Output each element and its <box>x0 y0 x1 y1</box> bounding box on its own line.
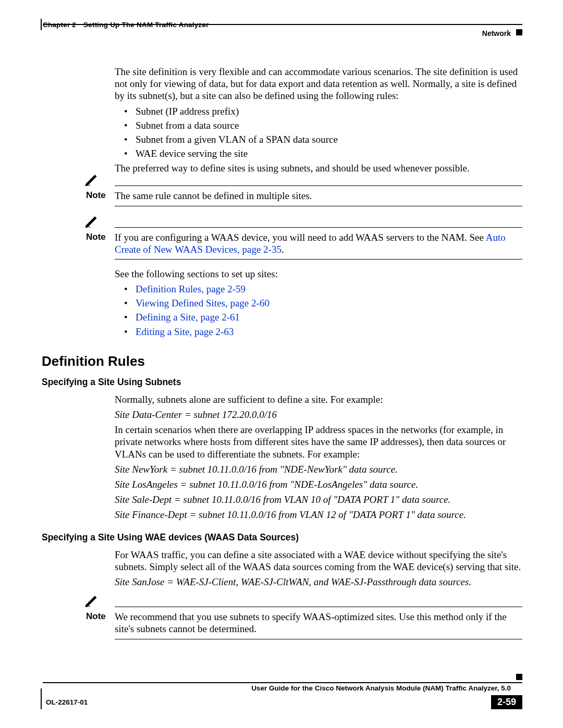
list-item: Subnet from a data source <box>124 119 522 131</box>
note-pen-icon <box>84 172 99 189</box>
list-item: WAE device serving the site <box>124 147 522 159</box>
viewing-defined-sites-link[interactable]: Viewing Defined Sites, page 2-60 <box>136 298 270 309</box>
note-pen-icon <box>84 214 99 231</box>
subnets-example: Site Sale-Dept = subnet 10.11.0.0/16 fro… <box>115 493 522 505</box>
note-body: We recommend that you use subnets to spe… <box>115 611 522 635</box>
subnets-example: Site Finance-Dept = subnet 10.11.0.0/16 … <box>115 509 522 521</box>
footer-doc-id: OL-22617-01 <box>43 698 88 706</box>
wae-intro: For WAAS traffic, you can define a site … <box>115 549 522 573</box>
list-item: Defining a Site, page 2-61 <box>124 311 522 323</box>
intro-followup: The preferred way to define sites is usi… <box>115 162 522 174</box>
note-bottom-rule <box>115 206 522 206</box>
note-text-post: . <box>282 244 284 255</box>
note-block: Note We recommend that you use subnets t… <box>86 607 522 639</box>
see-sections-intro: See the following sections to set up sit… <box>115 268 522 280</box>
footer-square-icon <box>516 674 522 680</box>
list-item: Subnet from a given VLAN of a SPAN data … <box>124 133 522 145</box>
list-item: Definition Rules, page 2-59 <box>124 283 522 295</box>
footer-corner-rule <box>41 688 42 709</box>
list-item: Subnet (IP address prefix) <box>124 105 522 117</box>
subnets-example: Site LosAngeles = subnet 10.11.0.0/16 fr… <box>115 478 522 490</box>
note-pen-icon <box>84 593 99 610</box>
subnets-example: Site NewYork = subnet 10.11.0.0/16 from … <box>115 463 522 475</box>
definition-rules-link[interactable]: Definition Rules, page 2-59 <box>136 283 246 294</box>
editing-a-site-link[interactable]: Editing a Site, page 2-63 <box>136 326 234 337</box>
subnets-overlap-text: In certain scenarios when there are over… <box>115 424 522 460</box>
note-top-rule <box>115 607 522 607</box>
header-corner-rule <box>41 19 42 30</box>
definition-rules-heading: Definition Rules <box>42 353 522 370</box>
note-label: Note <box>86 190 115 202</box>
note-body: If you are configuring a WAAS device, yo… <box>115 231 522 255</box>
page-body: The site definition is very flexible and… <box>115 66 522 645</box>
specifying-subnets-heading: Specifying a Site Using Subnets <box>42 377 522 388</box>
note-label: Note <box>86 231 115 255</box>
note-block: Note The same rule cannot be defined in … <box>86 186 522 206</box>
intro-paragraph: The site definition is very flexible and… <box>115 66 522 102</box>
note-top-rule <box>115 186 522 186</box>
page-footer: User Guide for the Cisco Network Analysi… <box>43 682 522 709</box>
subnets-example: Site Data-Center = subnet 172.20.0.0/16 <box>115 409 522 421</box>
page-number: 2-59 <box>491 695 522 709</box>
note-text-pre: If you are configuring a WAAS device, yo… <box>115 232 486 243</box>
header-rule <box>43 24 522 25</box>
note-body: The same rule cannot be defined in multi… <box>115 190 522 202</box>
note-label: Note <box>86 611 115 635</box>
section-link-list: Definition Rules, page 2-59 Viewing Defi… <box>124 283 522 338</box>
note-top-rule <box>115 227 522 228</box>
footer-rule <box>43 682 522 683</box>
wae-example: Site SanJose = WAE-SJ-Client, WAE-SJ-Clt… <box>115 576 522 588</box>
subnets-intro: Normally, subnets alone are sufficient t… <box>115 393 522 405</box>
document-page: Chapter 2 Setting Up The NAM Traffic Ana… <box>0 0 563 728</box>
header-square-icon <box>516 29 522 35</box>
note-bottom-rule <box>115 259 522 260</box>
specifying-wae-heading: Specifying a Site Using WAE devices (WAA… <box>42 532 522 543</box>
footer-guide-title: User Guide for the Cisco Network Analysi… <box>43 684 522 692</box>
note-bottom-rule <box>115 639 522 639</box>
intro-bullet-list: Subnet (IP address prefix) Subnet from a… <box>124 105 522 160</box>
list-item: Viewing Defined Sites, page 2-60 <box>124 297 522 309</box>
list-item: Editing a Site, page 2-63 <box>124 326 522 338</box>
note-block: Note If you are configuring a WAAS devic… <box>86 227 522 260</box>
defining-a-site-link[interactable]: Defining a Site, page 2-61 <box>136 312 240 323</box>
section-label: Network <box>482 29 511 38</box>
